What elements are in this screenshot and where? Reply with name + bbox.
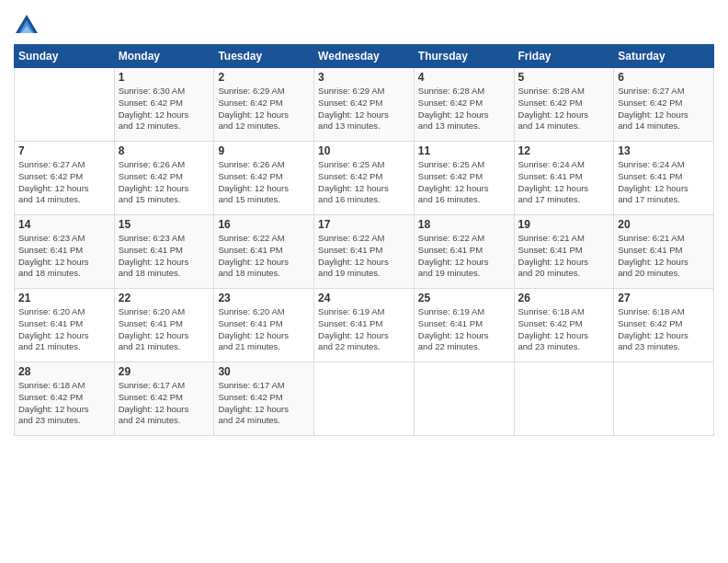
day-number: 7: [18, 144, 110, 157]
day-number: 10: [318, 144, 410, 157]
calendar-cell: 25Sunrise: 6:19 AM Sunset: 6:41 PM Dayli…: [414, 289, 514, 362]
calendar-cell: 3Sunrise: 6:29 AM Sunset: 6:42 PM Daylig…: [314, 68, 415, 142]
calendar-cell: [414, 362, 514, 436]
calendar-cell: [514, 362, 614, 436]
calendar-cell: 13Sunrise: 6:24 AM Sunset: 6:41 PM Dayli…: [614, 142, 714, 215]
day-number: 23: [218, 292, 310, 304]
day-info: Sunrise: 6:21 AM Sunset: 6:41 PM Dayligh…: [618, 233, 710, 280]
day-info: Sunrise: 6:24 AM Sunset: 6:41 PM Dayligh…: [618, 159, 710, 206]
calendar-cell: 12Sunrise: 6:24 AM Sunset: 6:41 PM Dayli…: [514, 142, 614, 215]
day-info: Sunrise: 6:25 AM Sunset: 6:42 PM Dayligh…: [318, 159, 410, 206]
day-number: 2: [218, 71, 310, 84]
day-info: Sunrise: 6:30 AM Sunset: 6:42 PM Dayligh…: [119, 86, 210, 132]
calendar-row-2: 7Sunrise: 6:27 AM Sunset: 6:42 PM Daylig…: [15, 142, 714, 215]
header-day-wednesday: Wednesday: [314, 45, 415, 68]
calendar-cell: 6Sunrise: 6:27 AM Sunset: 6:42 PM Daylig…: [614, 68, 714, 142]
day-info: Sunrise: 6:25 AM Sunset: 6:42 PM Dayligh…: [418, 159, 510, 206]
calendar-cell: 27Sunrise: 6:18 AM Sunset: 6:42 PM Dayli…: [614, 289, 714, 362]
calendar-cell: 29Sunrise: 6:17 AM Sunset: 6:42 PM Dayli…: [114, 362, 214, 436]
day-number: 28: [18, 365, 110, 378]
day-info: Sunrise: 6:28 AM Sunset: 6:42 PM Dayligh…: [418, 86, 510, 132]
day-info: Sunrise: 6:20 AM Sunset: 6:41 PM Dayligh…: [18, 306, 110, 353]
day-info: Sunrise: 6:18 AM Sunset: 6:42 PM Dayligh…: [518, 306, 610, 353]
calendar-cell: [614, 362, 714, 436]
day-number: 24: [318, 292, 410, 304]
day-info: Sunrise: 6:19 AM Sunset: 6:41 PM Dayligh…: [418, 306, 510, 353]
day-number: 8: [119, 144, 210, 157]
day-info: Sunrise: 6:28 AM Sunset: 6:42 PM Dayligh…: [518, 86, 610, 132]
header-day-sunday: Sunday: [15, 45, 115, 68]
day-info: Sunrise: 6:26 AM Sunset: 6:42 PM Dayligh…: [119, 159, 210, 206]
header-row: SundayMondayTuesdayWednesdayThursdayFrid…: [15, 45, 714, 68]
calendar-row-3: 14Sunrise: 6:23 AM Sunset: 6:41 PM Dayli…: [15, 215, 714, 289]
day-info: Sunrise: 6:17 AM Sunset: 6:42 PM Dayligh…: [119, 380, 210, 427]
day-number: 3: [318, 71, 410, 84]
calendar-row-5: 28Sunrise: 6:18 AM Sunset: 6:42 PM Dayli…: [15, 362, 714, 436]
day-number: 30: [218, 365, 310, 378]
day-number: 27: [618, 292, 710, 304]
header-day-tuesday: Tuesday: [214, 45, 314, 68]
calendar-cell: 10Sunrise: 6:25 AM Sunset: 6:42 PM Dayli…: [314, 142, 415, 215]
day-info: Sunrise: 6:27 AM Sunset: 6:42 PM Dayligh…: [18, 159, 110, 206]
day-info: Sunrise: 6:20 AM Sunset: 6:41 PM Dayligh…: [218, 306, 310, 353]
header-day-saturday: Saturday: [614, 45, 714, 68]
day-info: Sunrise: 6:18 AM Sunset: 6:42 PM Dayligh…: [618, 306, 710, 353]
calendar-cell: 22Sunrise: 6:20 AM Sunset: 6:41 PM Dayli…: [114, 289, 214, 362]
calendar-cell: 9Sunrise: 6:26 AM Sunset: 6:42 PM Daylig…: [214, 142, 314, 215]
day-number: 11: [418, 144, 510, 157]
calendar-cell: 24Sunrise: 6:19 AM Sunset: 6:41 PM Dayli…: [314, 289, 415, 362]
day-info: Sunrise: 6:17 AM Sunset: 6:42 PM Dayligh…: [218, 380, 310, 427]
day-info: Sunrise: 6:22 AM Sunset: 6:41 PM Dayligh…: [318, 233, 410, 280]
day-number: 4: [418, 71, 510, 84]
day-number: 22: [119, 292, 210, 304]
header-day-monday: Monday: [114, 45, 214, 68]
day-number: 19: [518, 218, 610, 231]
day-number: 18: [418, 218, 510, 231]
calendar-cell: 26Sunrise: 6:18 AM Sunset: 6:42 PM Dayli…: [514, 289, 614, 362]
day-number: 25: [418, 292, 510, 304]
day-info: Sunrise: 6:27 AM Sunset: 6:42 PM Dayligh…: [618, 86, 710, 132]
day-number: 9: [218, 144, 310, 157]
calendar-cell: 1Sunrise: 6:30 AM Sunset: 6:42 PM Daylig…: [114, 68, 214, 142]
day-number: 16: [218, 218, 310, 231]
day-info: Sunrise: 6:29 AM Sunset: 6:42 PM Dayligh…: [318, 86, 410, 132]
calendar-row-4: 21Sunrise: 6:20 AM Sunset: 6:41 PM Dayli…: [15, 289, 714, 362]
calendar-cell: [15, 68, 115, 142]
day-number: 6: [618, 71, 710, 84]
calendar-cell: 19Sunrise: 6:21 AM Sunset: 6:41 PM Dayli…: [514, 215, 614, 289]
logo-icon: [14, 13, 40, 39]
calendar-cell: 11Sunrise: 6:25 AM Sunset: 6:42 PM Dayli…: [414, 142, 514, 215]
day-number: 26: [518, 292, 610, 304]
day-info: Sunrise: 6:22 AM Sunset: 6:41 PM Dayligh…: [218, 233, 310, 280]
calendar-cell: 16Sunrise: 6:22 AM Sunset: 6:41 PM Dayli…: [214, 215, 314, 289]
calendar-table: SundayMondayTuesdayWednesdayThursdayFrid…: [14, 44, 714, 436]
day-number: 29: [119, 365, 210, 378]
day-info: Sunrise: 6:20 AM Sunset: 6:41 PM Dayligh…: [119, 306, 210, 353]
day-info: Sunrise: 6:18 AM Sunset: 6:42 PM Dayligh…: [18, 380, 110, 427]
header-day-thursday: Thursday: [414, 45, 514, 68]
day-number: 13: [618, 144, 710, 157]
calendar-cell: 23Sunrise: 6:20 AM Sunset: 6:41 PM Dayli…: [214, 289, 314, 362]
calendar-cell: 8Sunrise: 6:26 AM Sunset: 6:42 PM Daylig…: [114, 142, 214, 215]
calendar-cell: 20Sunrise: 6:21 AM Sunset: 6:41 PM Dayli…: [614, 215, 714, 289]
calendar-cell: 17Sunrise: 6:22 AM Sunset: 6:41 PM Dayli…: [314, 215, 415, 289]
calendar-cell: 18Sunrise: 6:22 AM Sunset: 6:41 PM Dayli…: [414, 215, 514, 289]
calendar-row-1: 1Sunrise: 6:30 AM Sunset: 6:42 PM Daylig…: [15, 68, 714, 142]
calendar-cell: 7Sunrise: 6:27 AM Sunset: 6:42 PM Daylig…: [15, 142, 115, 215]
day-number: 5: [518, 71, 610, 84]
calendar-cell: 15Sunrise: 6:23 AM Sunset: 6:41 PM Dayli…: [114, 215, 214, 289]
day-info: Sunrise: 6:19 AM Sunset: 6:41 PM Dayligh…: [318, 306, 410, 353]
day-number: 17: [318, 218, 410, 231]
calendar-cell: 21Sunrise: 6:20 AM Sunset: 6:41 PM Dayli…: [15, 289, 115, 362]
day-number: 20: [618, 218, 710, 231]
day-number: 15: [119, 218, 210, 231]
page: SundayMondayTuesdayWednesdayThursdayFrid…: [0, 0, 728, 563]
day-number: 21: [18, 292, 110, 304]
day-info: Sunrise: 6:26 AM Sunset: 6:42 PM Dayligh…: [218, 159, 310, 206]
calendar-cell: [314, 362, 415, 436]
calendar-cell: 5Sunrise: 6:28 AM Sunset: 6:42 PM Daylig…: [514, 68, 614, 142]
calendar-cell: 4Sunrise: 6:28 AM Sunset: 6:42 PM Daylig…: [414, 68, 514, 142]
day-info: Sunrise: 6:21 AM Sunset: 6:41 PM Dayligh…: [518, 233, 610, 280]
calendar-cell: 2Sunrise: 6:29 AM Sunset: 6:42 PM Daylig…: [214, 68, 314, 142]
calendar-cell: 28Sunrise: 6:18 AM Sunset: 6:42 PM Dayli…: [15, 362, 115, 436]
